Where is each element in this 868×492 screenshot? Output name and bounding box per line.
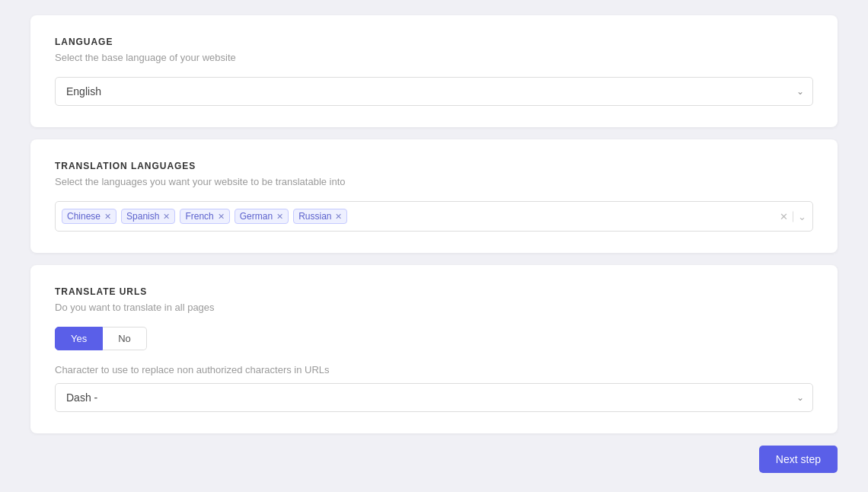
tag-remove-german[interactable]: ✕ [276,212,283,221]
tag-label: Chinese [67,211,101,222]
translation-title: TRANSLATION LANGUAGES [55,161,813,171]
translation-desc: Select the languages you want your websi… [55,176,813,187]
toggle-yes-button[interactable]: Yes [55,327,103,350]
tag-chinese: Chinese ✕ [62,209,116,224]
tag-russian: Russian ✕ [293,209,347,224]
translate-urls-title: TRANSLATE URLS [55,286,813,297]
tag-label: Spanish [126,211,159,222]
tag-remove-chinese[interactable]: ✕ [104,212,111,221]
tag-german: German ✕ [235,209,289,224]
char-label: Character to use to replace non authoriz… [55,364,813,375]
translation-languages-card: TRANSLATION LANGUAGES Select the languag… [30,139,838,253]
tag-label: French [185,211,213,222]
page-wrapper: LANGUAGE Select the base language of you… [30,0,838,492]
tag-remove-russian[interactable]: ✕ [335,212,342,221]
language-title: LANGUAGE [55,37,813,47]
bottom-bar: Next step [30,446,838,479]
translate-urls-desc: Do you want to translate in all pages [55,302,813,313]
language-select[interactable]: English French Spanish German Chinese Ru… [55,77,813,106]
toggle-no-button[interactable]: No [103,327,147,350]
tag-label: Russian [298,211,331,222]
tags-clear-icon[interactable]: ✕ [780,211,788,222]
char-select[interactable]: Dash - Underscore _ None [55,383,813,412]
tags-separator [793,211,793,222]
tag-label: German [240,211,273,222]
tag-remove-french[interactable]: ✕ [218,212,225,221]
translation-tags-container[interactable]: Chinese ✕ Spanish ✕ French ✕ German ✕ Ru… [55,201,813,232]
language-card: LANGUAGE Select the base language of you… [30,15,838,127]
language-select-wrapper: English French Spanish German Chinese Ru… [55,77,813,106]
tags-chevron-icon[interactable]: ⌄ [798,211,806,222]
next-step-button[interactable]: Next step [759,446,838,473]
tag-french: French ✕ [180,209,229,224]
translate-toggle-group: Yes No [55,327,813,350]
tag-spanish: Spanish ✕ [121,209,175,224]
language-desc: Select the base language of your website [55,52,813,63]
tag-remove-spanish[interactable]: ✕ [163,212,170,221]
tags-controls: ✕ ⌄ [780,211,806,222]
translate-urls-card: TRANSLATE URLS Do you want to translate … [30,265,838,433]
char-select-wrapper: Dash - Underscore _ None ⌄ [55,383,813,412]
